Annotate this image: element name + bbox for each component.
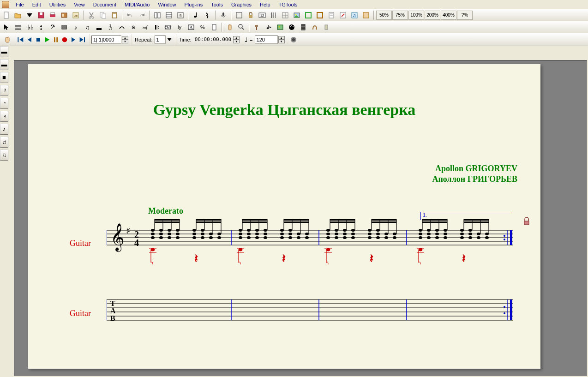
repeat-input[interactable] <box>155 36 166 44</box>
timesig-tool[interactable]: 44 <box>36 22 47 32</box>
hand-tool[interactable] <box>224 22 235 32</box>
note-mover-tool[interactable] <box>263 22 274 32</box>
menu-midi-audio[interactable]: MIDI/Audio <box>121 1 153 8</box>
score-page[interactable]: Gypsy Vengerka Цыганская венгерка Apollo… <box>28 64 540 369</box>
thumb-button[interactable] <box>2 35 13 45</box>
stop-button[interactable] <box>34 35 42 45</box>
duration-6[interactable]: 𝄿 <box>0 111 8 122</box>
chord-tool[interactable]: CM7 <box>162 22 174 32</box>
menu-tgtools[interactable]: TGTools <box>275 1 301 8</box>
zoom-50-button[interactable]: 50% <box>376 11 392 20</box>
tempo-down[interactable]: ▼ <box>278 40 285 43</box>
zoom-tool[interactable] <box>236 22 247 32</box>
simple-entry-tool[interactable]: ♪ <box>70 22 81 32</box>
speedy-entry-tool[interactable]: ♫ <box>82 22 93 32</box>
menu-document[interactable]: Document <box>90 1 120 8</box>
composer-block[interactable]: Apollon GRIGORYEV Аполлон ГРИГОРЬЕВ <box>432 163 517 185</box>
lib-button[interactable]: LIB <box>70 10 81 20</box>
graphics-tool[interactable] <box>275 22 286 32</box>
position-down[interactable]: ▼ <box>122 40 128 43</box>
cut-button[interactable] <box>86 10 97 20</box>
menu-graphics[interactable]: Graphics <box>228 1 255 8</box>
open-dropdown[interactable] <box>24 10 35 20</box>
instrument-label-2[interactable]: Guitar <box>70 309 91 318</box>
number-12-button[interactable]: 12 <box>257 10 268 20</box>
frame-button[interactable] <box>303 10 314 20</box>
resize-tool[interactable]: % <box>197 22 208 32</box>
menu-edit[interactable]: Edit <box>29 1 45 8</box>
pause-button[interactable] <box>52 35 60 45</box>
save-button[interactable] <box>36 10 47 20</box>
open-button[interactable] <box>12 10 24 20</box>
time-up[interactable]: ▲ <box>233 36 240 40</box>
staff-tool[interactable] <box>12 22 24 32</box>
zoom-200-button[interactable]: 200% <box>425 11 440 20</box>
document-viewport[interactable]: Gypsy Vengerka Цыганская венгерка Apollo… <box>14 60 587 376</box>
speaker-button[interactable] <box>288 35 299 45</box>
lyric-tool[interactable]: ly <box>174 22 185 32</box>
prev-button[interactable] <box>25 35 34 45</box>
tempo-marking[interactable]: Moderato <box>148 206 183 216</box>
menu-tools[interactable]: Tools <box>207 1 227 8</box>
text-tool[interactable]: A <box>186 22 197 32</box>
lock-button[interactable] <box>245 10 256 20</box>
pencil-box-button[interactable] <box>337 10 348 20</box>
repeat-tool[interactable] <box>151 22 162 32</box>
clef-tool[interactable]: 𝄢 <box>47 22 58 32</box>
new-button[interactable] <box>1 10 12 20</box>
midi-tool[interactable] <box>286 22 297 32</box>
staff-notation[interactable]: 𝄞 ♯ 2 4 <box>107 216 513 277</box>
studio-view-button[interactable]: § <box>175 10 186 20</box>
duration-7[interactable]: ♪ <box>0 124 8 135</box>
tool-music-button[interactable]: ♫ <box>349 10 360 20</box>
library-button[interactable] <box>59 10 70 20</box>
zoom-100-button[interactable]: 100% <box>408 11 424 20</box>
menu-file[interactable]: File <box>12 1 28 8</box>
undo-button[interactable] <box>125 10 136 20</box>
duration-5[interactable]: 𝄾 <box>0 98 8 109</box>
mic-button[interactable] <box>218 10 229 20</box>
copy-button[interactable] <box>97 10 108 20</box>
fretboard-tool[interactable] <box>298 22 309 32</box>
hammer-tool[interactable] <box>252 22 263 32</box>
play-button[interactable] <box>43 35 51 45</box>
grid-button[interactable] <box>280 10 291 20</box>
articulation-tool[interactable]: ā <box>128 22 139 32</box>
repeat-dropdown[interactable] <box>166 35 173 45</box>
tuplet-tool[interactable]: 3♫ <box>105 22 116 32</box>
frame2-button[interactable] <box>314 10 325 20</box>
tempo-input[interactable] <box>255 36 278 44</box>
menu-window[interactable]: Window <box>154 1 180 8</box>
instrument-label-1[interactable]: Guitar <box>70 239 91 248</box>
record-button[interactable] <box>60 35 69 45</box>
add-note-button[interactable] <box>191 10 202 20</box>
doc-button[interactable] <box>326 10 337 20</box>
position-input[interactable] <box>91 36 121 44</box>
slur-tool[interactable] <box>116 22 127 32</box>
next-button[interactable] <box>69 35 78 45</box>
scroll-view-button[interactable] <box>163 10 174 20</box>
tool-c-button[interactable] <box>360 10 372 20</box>
position-up[interactable]: ▲ <box>122 36 128 40</box>
lock-handle-icon[interactable] <box>522 216 531 226</box>
paste-button[interactable] <box>109 10 120 20</box>
redo-button[interactable] <box>136 10 147 20</box>
key-tool[interactable]: ♭♭ <box>24 22 35 32</box>
ossia-tool[interactable] <box>309 22 320 32</box>
forward-button[interactable] <box>78 35 86 45</box>
arrow-tool[interactable] <box>1 22 12 32</box>
page-view-button[interactable] <box>152 10 163 20</box>
hyperscribe-tool[interactable] <box>93 22 104 32</box>
rewind-button[interactable] <box>17 35 25 45</box>
time-down[interactable]: ▼ <box>233 40 240 43</box>
menu-help[interactable]: Help <box>256 1 274 8</box>
duration-1[interactable]: ▬ <box>0 46 8 57</box>
tool-a-button[interactable] <box>234 10 245 20</box>
picture-button[interactable] <box>291 10 302 20</box>
print-button[interactable] <box>47 10 58 20</box>
tool-b-button[interactable] <box>268 10 279 20</box>
duration-3[interactable]: ■ <box>0 72 8 83</box>
menu-utilities[interactable]: Utilities <box>46 1 69 8</box>
staff-tab[interactable]: T A B <box>107 295 513 328</box>
duration-9[interactable]: ♫ <box>0 150 8 161</box>
